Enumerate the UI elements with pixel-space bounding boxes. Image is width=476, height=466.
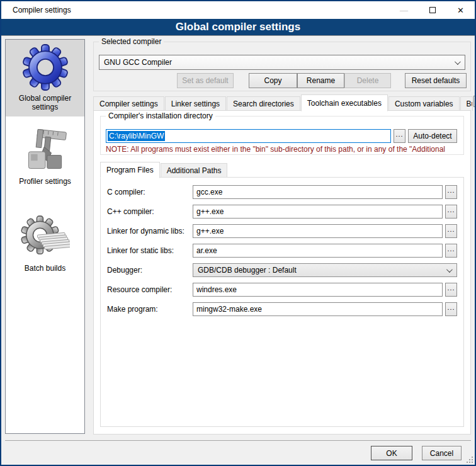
- browse-cpp-compiler-button[interactable]: ...: [445, 205, 457, 219]
- page-title: Global compiler settings: [1, 19, 475, 36]
- settings-category-list: Global compiler settings: [5, 39, 85, 434]
- field-row-make-program: Make program: ...: [107, 302, 457, 316]
- selected-compiler-group: Selected compiler GNU GCC Compiler Set a…: [93, 42, 471, 91]
- field-row-c-compiler: C compiler: ...: [107, 185, 457, 199]
- browse-install-dir-button[interactable]: ...: [394, 129, 405, 143]
- delete-button[interactable]: Delete: [344, 73, 391, 88]
- maximize-button[interactable]: [418, 1, 446, 19]
- group-legend: Compiler's installation directory: [106, 111, 215, 120]
- static-linker-input[interactable]: [193, 244, 443, 258]
- auto-detect-button[interactable]: Auto-detect: [408, 129, 457, 143]
- batch-builds-icon: [20, 212, 71, 263]
- rename-button[interactable]: Rename: [297, 73, 344, 88]
- maximize-icon: [429, 7, 436, 13]
- arrow-left-icon: ◄: [474, 99, 476, 105]
- compiler-select[interactable]: GNU GCC Compiler: [99, 55, 465, 70]
- close-icon: ✕: [457, 6, 464, 15]
- dynamic-linker-input[interactable]: [193, 224, 443, 238]
- reset-defaults-button[interactable]: Reset defaults: [405, 73, 467, 88]
- tab-linker-settings[interactable]: Linker settings: [165, 96, 226, 111]
- profiler-caliper-icon: [20, 125, 71, 176]
- field-row-dynamic-linker: Linker for dynamic libs: ...: [107, 224, 457, 238]
- set-as-default-button[interactable]: Set as default: [177, 73, 234, 88]
- subtab-program-files[interactable]: Program Files: [100, 162, 160, 178]
- tab-build-options[interactable]: Build options: [460, 96, 473, 111]
- compiler-select-value: GNU GCC Compiler: [104, 58, 172, 67]
- debugger-select[interactable]: GDB/CDB debugger : Default: [193, 263, 457, 277]
- selected-text: C:\raylib\MinGW: [108, 131, 165, 141]
- field-label: Linker for dynamic libs:: [107, 227, 193, 236]
- cpp-compiler-input[interactable]: [193, 205, 443, 219]
- cancel-button[interactable]: Cancel: [422, 446, 462, 460]
- minimize-button[interactable]: —: [390, 1, 418, 19]
- field-row-static-linker: Linker for static libs: ...: [107, 244, 457, 258]
- subtab-additional-paths[interactable]: Additional Paths: [161, 163, 228, 178]
- field-row-cpp-compiler: C++ compiler: ...: [107, 205, 457, 219]
- field-label: Linker for static libs:: [107, 246, 193, 255]
- field-label: Debugger:: [107, 266, 193, 275]
- titlebar: Compiler settings — ✕: [1, 1, 475, 19]
- field-label: C compiler:: [107, 188, 193, 196]
- field-label: Make program:: [107, 305, 193, 314]
- tab-toolchain-executables[interactable]: Toolchain executables: [301, 94, 388, 111]
- compiler-settings-dialog: Compiler settings — ✕ Global compiler se…: [0, 0, 476, 466]
- resize-grip[interactable]: [465, 455, 473, 463]
- browse-make-program-button[interactable]: ...: [445, 302, 457, 316]
- resource-compiler-input[interactable]: [193, 283, 443, 297]
- c-compiler-input[interactable]: [193, 185, 443, 199]
- browse-c-compiler-button[interactable]: ...: [445, 185, 457, 199]
- window-title: Compiler settings: [1, 6, 71, 14]
- browse-resource-compiler-button[interactable]: ...: [445, 283, 457, 297]
- field-row-debugger: Debugger: GDB/CDB debugger : Default: [107, 263, 457, 277]
- sidebar-item-batch-builds[interactable]: Batch builds: [6, 210, 84, 279]
- chevron-down-icon: [455, 59, 461, 65]
- browse-dynamic-linker-button[interactable]: ...: [445, 224, 457, 238]
- settings-tabstrip: Compiler settings Linker settings Search…: [93, 94, 470, 111]
- make-program-input[interactable]: [193, 302, 443, 316]
- ok-button[interactable]: OK: [371, 446, 412, 460]
- chevron-down-icon: [446, 266, 453, 273]
- tab-compiler-settings[interactable]: Compiler settings: [93, 96, 164, 111]
- sidebar-item-global-compiler-settings[interactable]: Global compiler settings: [6, 40, 84, 116]
- installation-directory-group: Compiler's installation directory C:\ray…: [100, 116, 464, 155]
- group-legend: Selected compiler: [99, 37, 164, 46]
- field-label: C++ compiler:: [107, 207, 193, 216]
- sidebar-item-label: Profiler settings: [16, 176, 74, 190]
- debugger-select-value: GDB/CDB debugger : Default: [198, 266, 297, 275]
- programs-subtabstrip: Program Files Additional Paths: [100, 161, 228, 178]
- blue-gear-icon: [20, 42, 71, 93]
- copy-button[interactable]: Copy: [249, 73, 297, 88]
- browse-static-linker-button[interactable]: ...: [445, 244, 457, 258]
- sidebar-item-label: Batch builds: [22, 263, 68, 276]
- tab-custom-variables[interactable]: Custom variables: [388, 96, 460, 111]
- footer-divider: [5, 440, 471, 441]
- sidebar-item-label: Global compiler settings: [6, 93, 84, 115]
- install-dir-note: NOTE: All programs must exist either in …: [106, 145, 461, 154]
- tab-search-directories[interactable]: Search directories: [227, 96, 300, 111]
- tab-scroll-left-button[interactable]: ◄: [473, 96, 476, 107]
- close-button[interactable]: ✕: [446, 1, 475, 19]
- minimize-icon: —: [400, 6, 408, 15]
- program-files-page: C compiler: ... C++ compiler: ... Linker…: [100, 177, 464, 427]
- sidebar-item-profiler-settings[interactable]: Profiler settings: [6, 123, 84, 193]
- field-row-resource-compiler: Resource compiler: ...: [107, 283, 457, 297]
- toolchain-executables-page: Compiler's installation directory C:\ray…: [93, 110, 471, 435]
- field-label: Resource compiler:: [107, 285, 193, 294]
- install-dir-input[interactable]: C:\raylib\MinGW: [106, 129, 391, 143]
